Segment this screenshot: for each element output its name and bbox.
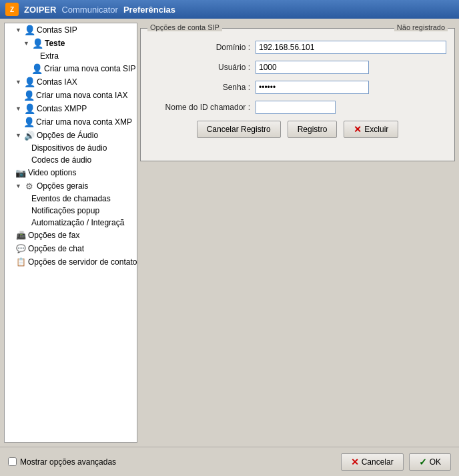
excluir-label: Excluir [364,125,388,134]
sidebar-label-criar-xmpp: Criar uma nova conta XMP [36,117,132,127]
sidebar-item-codecs-audio[interactable]: Codecs de áudio [5,154,137,166]
person-icon-xmpp: 👤 [24,103,35,114]
registro-button[interactable]: Registro [288,121,338,138]
person-add-icon-xmpp: 👤 [23,117,34,127]
advanced-options-checkbox[interactable] [8,457,17,466]
sidebar-label-notificacoes-popup: Notificações popup [31,206,99,215]
sidebar-item-criar-iax[interactable]: 👤 Criar uma nova conta IAX [5,89,137,102]
action-buttons-row: Cancelar Registro Registro ✕ Excluir [149,121,446,138]
sidebar-item-opcoes-chat[interactable]: 💬 Opções de chat [5,242,137,255]
sidebar-label-eventos-chamadas: Eventos de chamadas [31,194,111,203]
sidebar-item-teste[interactable]: ▼ 👤 Teste [5,37,137,50]
sidebar-label-contas-sip: Contas SIP [37,25,77,35]
sidebar-label-contas-xmpp: Contas XMPP [37,104,87,113]
titlebar: Z ZOIPER Communicator Preferências [0,0,459,19]
sidebar-item-opcoes-fax[interactable]: 📠 Opções de fax [5,229,137,242]
person-icon-sip: 👤 [24,25,35,35]
expand-icon-audio: ▼ [15,132,22,139]
sidebar-item-contas-xmpp[interactable]: ▼ 👤 Contas XMPP [5,102,137,115]
sidebar-label-contas-iax: Contas IAX [37,77,77,87]
sidebar-label-opcoes-gerais: Opções gerais [37,181,88,191]
sidebar-label-codecs-audio: Codecs de áudio [31,155,91,165]
dominio-label: Domínio : [149,43,256,52]
person-add-icon-iax: 👤 [23,90,34,101]
sidebar-item-criar-sip[interactable]: 👤 Criar uma nova conta SIP [5,62,137,75]
ok-button[interactable]: ✓ OK [409,453,451,471]
check-icon-ok: ✓ [419,457,427,467]
app-logo: Z [5,3,19,16]
sidebar-label-automatizacao: Automatização / Integraçã [31,218,124,227]
sidebar-item-notificacoes-popup[interactable]: Notificações popup [5,205,137,217]
sidebar-label-dispositivos-audio: Dispositivos de áudio [31,143,107,153]
sidebar-label-teste: Teste [45,39,65,48]
sidebar-item-contas-sip[interactable]: ▼ 👤 Contas SIP [5,23,137,37]
app-name: ZOIPER [24,5,56,15]
sidebar-item-criar-xmpp[interactable]: 👤 Criar uma nova conta XMP [5,115,137,129]
sip-account-options-box: Opções de conta SIP Não registrado Domín… [140,28,455,161]
sidebar-label-opcoes-audio: Opções de Áudio [37,131,98,140]
sidebar-label-opcoes-chat: Opções de chat [28,244,84,253]
sidebar-item-opcoes-servidor[interactable]: 📋 Opções de servidor de contato [5,255,137,269]
video-icon: 📷 [15,167,26,178]
app-sub: Communicator [61,5,118,15]
main-container: ▼ 👤 Contas SIP ▼ 👤 Teste Extra 👤 Criar u… [0,19,459,476]
expand-icon-sip: ▼ [15,27,22,33]
usuario-input[interactable] [256,61,369,74]
expand-icon-gerais: ▼ [15,183,22,189]
contacts-icon: 📋 [15,257,26,267]
gear-icon-gerais: ⚙ [24,181,35,191]
expand-icon-teste: ▼ [23,40,30,47]
sidebar-item-opcoes-gerais[interactable]: ▼ ⚙ Opções gerais [5,179,137,193]
sidebar-item-video-options[interactable]: 📷 Video options [5,166,137,179]
nome-id-label: Nome do ID chamador : [149,103,256,112]
ok-label: OK [430,457,441,467]
x-icon-excluir: ✕ [354,124,362,135]
senha-label: Senha : [149,83,256,92]
nome-id-input[interactable] [256,101,336,114]
sidebar-label-extra: Extra [40,51,59,61]
usuario-label: Usuário : [149,63,256,72]
cancelar-button[interactable]: ✕ Cancelar [341,453,404,471]
window-title: Preferências [123,5,175,15]
cancelar-label: Cancelar [362,457,394,467]
sidebar-item-extra[interactable]: Extra [5,50,137,62]
x-icon-cancelar: ✕ [351,457,359,467]
excluir-button[interactable]: ✕ Excluir [344,121,398,138]
chat-icon: 💬 [15,243,26,254]
audio-icon: 🔊 [24,130,35,141]
senha-row: Senha : [149,81,446,94]
bottom-bar: Mostrar opções avançadas ✕ Cancelar ✓ OK [0,447,459,476]
sidebar-label-criar-iax: Criar uma nova conta IAX [36,91,127,100]
expand-icon-iax: ▼ [15,79,22,85]
sidebar-item-opcoes-audio[interactable]: ▼ 🔊 Opções de Áudio [5,129,137,142]
fieldset-legend: Opções de conta SIP [147,23,222,31]
content-area: ▼ 👤 Contas SIP ▼ 👤 Teste Extra 👤 Criar u… [0,19,459,447]
sidebar-item-dispositivos-audio[interactable]: Dispositivos de áudio [5,142,137,154]
left-tree-panel: ▼ 👤 Contas SIP ▼ 👤 Teste Extra 👤 Criar u… [4,23,137,443]
advanced-options-row: Mostrar opções avançadas [8,457,116,467]
sidebar-label-video-options: Video options [28,168,77,177]
dominio-input[interactable] [256,41,446,54]
sidebar-item-contas-iax[interactable]: ▼ 👤 Contas IAX [5,75,137,89]
bottom-buttons: ✕ Cancelar ✓ OK [341,453,451,471]
fieldset-not-registered: Não registrado [394,23,448,31]
sidebar-item-automatizacao[interactable]: Automatização / Integraçã [5,217,137,229]
dominio-row: Domínio : [149,41,446,54]
person-add-icon-sip: 👤 [31,63,42,74]
sidebar-label-criar-sip: Criar uma nova conta SIP [44,64,135,73]
phone-icon-fax: 📠 [15,230,26,241]
senha-input[interactable] [256,81,369,94]
sidebar-item-eventos-chamadas[interactable]: Eventos de chamadas [5,193,137,205]
nome-id-row: Nome do ID chamador : [149,101,446,114]
cancelar-registro-button[interactable]: Cancelar Registro [197,121,281,138]
sidebar-label-opcoes-fax: Opções de fax [28,231,79,240]
right-panel: Opções de conta SIP Não registrado Domín… [140,23,455,443]
advanced-options-label: Mostrar opções avançadas [20,457,116,467]
expand-icon-xmpp: ▼ [15,105,22,112]
usuario-row: Usuário : [149,61,446,74]
person-icon-teste: 👤 [32,38,43,49]
person-icon-iax: 👤 [24,77,35,87]
sidebar-label-opcoes-servidor: Opções de servidor de contato [28,257,137,267]
